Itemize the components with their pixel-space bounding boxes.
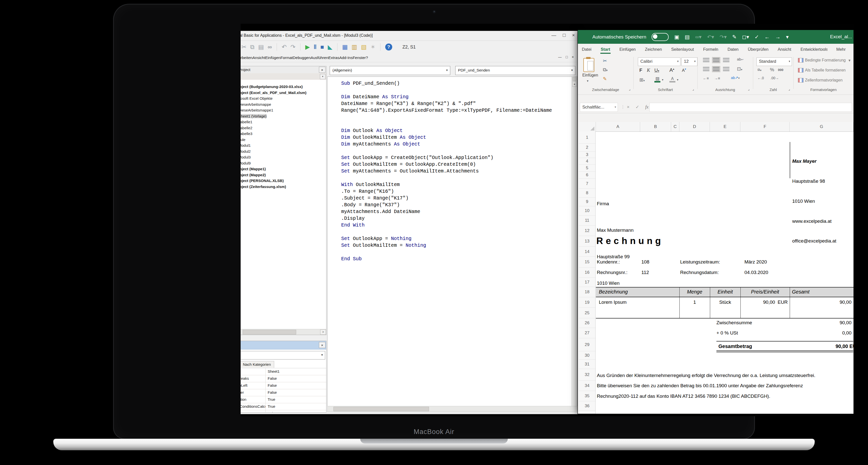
row-header[interactable]: 29 [579, 338, 595, 351]
name-box[interactable]: Schaltfläc... ▾ [580, 103, 618, 112]
tab-categorized[interactable]: Nach Kategorien [241, 361, 274, 368]
accounting-format-icon[interactable]: ¤▾ [757, 67, 762, 72]
help-icon[interactable]: ? [385, 43, 392, 51]
properties-close-icon[interactable]: × [319, 342, 326, 348]
project-tree-hscrollbar[interactable]: > [241, 329, 326, 335]
property-value[interactable]: False [266, 375, 326, 382]
project-explorer-icon[interactable]: ▦ [342, 43, 348, 51]
align-middle-icon[interactable] [713, 58, 719, 62]
row-header[interactable]: 1 [579, 132, 595, 144]
row-header[interactable]: 34 [579, 381, 595, 391]
scroll-right-icon[interactable]: > [320, 330, 326, 335]
child-restore-icon[interactable]: □ [565, 55, 567, 59]
project-tree-item[interactable]: VBAProject (Mappe1) [241, 166, 326, 172]
ribbon-tab[interactable]: Daten [727, 44, 739, 54]
vba-menu-item[interactable]: Format [280, 56, 293, 60]
vba-maximize-button[interactable]: □ [563, 33, 565, 38]
increase-font-icon[interactable]: A▴ [670, 67, 674, 73]
column-header[interactable]: F [740, 122, 790, 132]
scroll-up-icon[interactable]: ▴ [572, 81, 577, 87]
cut-icon[interactable]: ✂ [241, 43, 246, 51]
insert-function-icon[interactable]: fx [645, 104, 649, 110]
invoice-number-label[interactable]: Rechnungsnr.: [597, 270, 628, 275]
row-header[interactable]: 26 [579, 318, 595, 328]
invoice-date-label[interactable]: Rechnungsdatum: [680, 270, 719, 275]
copy-icon[interactable]: ⧉▾ [603, 67, 608, 72]
vba-menu-item[interactable]: Extras [329, 56, 339, 60]
row-header[interactable]: 7 [579, 179, 595, 189]
vba-menu-item[interactable]: Add-Ins [339, 56, 352, 60]
property-value[interactable]: False [266, 410, 326, 412]
property-row[interactable]: (Name) Sheet1 [241, 368, 326, 375]
project-tree-item[interactable]: Tabelle3 [241, 131, 326, 137]
ribbon-tab[interactable]: Seitenlayout [671, 44, 694, 54]
property-value[interactable]: True [266, 403, 326, 410]
font-color-icon[interactable]: A [670, 76, 675, 82]
property-value[interactable]: True [266, 396, 326, 403]
vba-close-button[interactable]: × [572, 33, 575, 38]
property-value[interactable]: False [266, 382, 326, 389]
item-unit[interactable]: Stück [710, 299, 740, 305]
excel-title-bar[interactable]: Automatisches Speichern ▣ ▤ ∞▾ ↶▾ ↷▾ ✎ ◻… [578, 30, 854, 44]
back-arrow-icon[interactable]: ← [765, 34, 770, 40]
column-header[interactable]: B [640, 122, 671, 132]
project-tree-item[interactable]: Modul2 [241, 148, 326, 155]
cut-icon[interactable]: ✂ [603, 58, 607, 64]
enter-icon[interactable]: ✓ [636, 104, 639, 110]
vat-value[interactable]: 0,00 [802, 330, 851, 336]
code-hscrollbar[interactable] [327, 406, 577, 412]
ribbon-tab[interactable]: Mehr [836, 44, 846, 54]
property-value[interactable]: False [266, 389, 326, 396]
tools-icon[interactable]: ✶ [370, 43, 375, 51]
project-tree-item[interactable]: VBAProject (Mappe2) [241, 172, 326, 178]
paste-icon[interactable] [583, 58, 594, 72]
row-header[interactable]: 2 [579, 144, 595, 152]
project-explorer-close-icon[interactable]: × [319, 67, 326, 73]
clipboard-dialog-launcher-icon[interactable]: ⌟ [629, 87, 630, 91]
borders-icon[interactable]: ⊞▾ [639, 77, 645, 83]
forward-arrow-icon[interactable]: → [775, 34, 780, 40]
formula-input[interactable] [649, 103, 852, 112]
ribbon-tab[interactable]: Datei [581, 44, 592, 54]
number-dialog-launcher-icon[interactable]: ⌟ [788, 87, 790, 91]
paste-icon[interactable]: ▤ [258, 43, 264, 51]
column-header[interactable]: C [671, 122, 679, 132]
align-right-icon[interactable] [723, 67, 730, 71]
vba-menu-item[interactable]: Debuggen [293, 56, 311, 60]
properties-header[interactable]: Eigenschaften - Sheet1 × [241, 341, 326, 350]
row-header[interactable]: 9 [579, 198, 595, 206]
row-header[interactable]: 16 [579, 267, 595, 278]
property-row[interactable]: EnableOutlining False [241, 410, 326, 412]
project-tree-item[interactable]: Microsoft Excel Objekte [241, 96, 326, 101]
ribbon-tab[interactable]: Überprüfen [747, 44, 769, 54]
procedure-dropdown[interactable]: PDF_und_Senden ▾ [455, 66, 575, 75]
more-chevron-icon[interactable]: ▾ [786, 34, 789, 40]
project-tree-item[interactable]: Modul3 [241, 154, 326, 160]
project-tree-item[interactable]: VBAProject (Budgetplanung-2020-03.xlsx) [241, 84, 326, 90]
properties-window-icon[interactable]: ▥ [351, 43, 357, 51]
decrease-font-icon[interactable]: A▾ [682, 67, 686, 73]
wrap-text-icon[interactable]: ab↩ [737, 57, 743, 61]
item-total[interactable]: 90,00 [802, 299, 851, 305]
col-einheit[interactable]: Einheit [710, 289, 740, 295]
decrease-decimal-icon[interactable]: .00→ [770, 76, 779, 80]
pause-icon[interactable]: ‖ [314, 43, 317, 51]
row-header[interactable]: 13 [579, 236, 595, 247]
row-header[interactable]: 30 [579, 351, 595, 360]
conditional-formatting-button[interactable]: Bedingte Formatierung [805, 58, 846, 63]
scrollbar-thumb[interactable] [243, 330, 296, 334]
bold-icon[interactable]: F [639, 67, 642, 73]
align-left-icon[interactable] [703, 67, 709, 71]
code-vscrollbar[interactable]: ▴ [571, 77, 577, 406]
vat-label[interactable]: + 0 % USt [716, 330, 738, 336]
col-gesamt[interactable]: Gesamt [792, 289, 809, 295]
row-header[interactable]: 14 [579, 247, 595, 257]
property-row[interactable]: EnableFormatConditionsCalculation True [241, 403, 326, 410]
note-bank-details[interactable]: Rechnung2020-112 auf das Konto IBAN AT12… [597, 394, 770, 399]
row-header[interactable]: 6 [579, 171, 595, 179]
merge-center-icon[interactable]: ⊡▾ [737, 66, 742, 72]
property-row[interactable]: DisplayRightToLeft False [241, 382, 326, 389]
check-icon[interactable]: ✓ [755, 34, 759, 40]
row-header[interactable]: 17 [579, 278, 595, 287]
properties-object-dropdown[interactable]: Sheet1 Worksheet ▾ [241, 351, 325, 360]
